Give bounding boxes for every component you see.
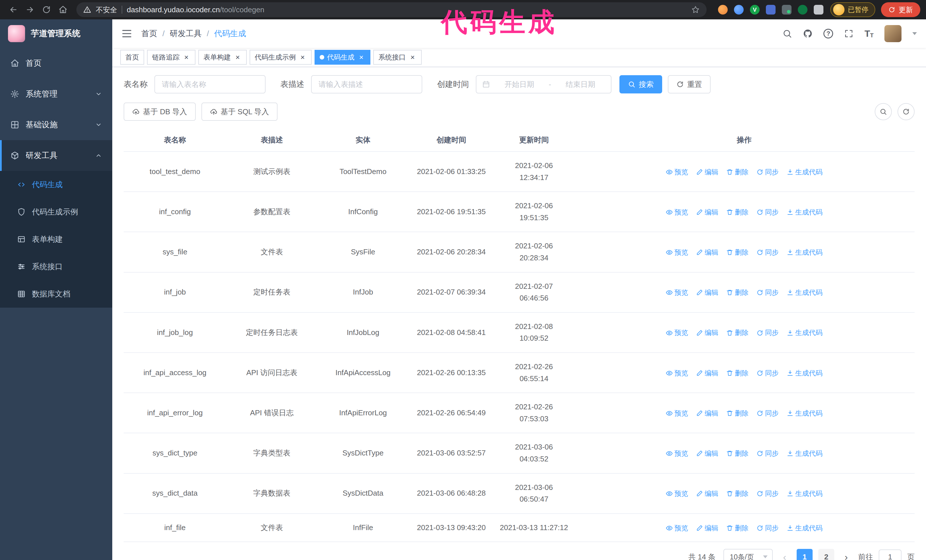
fullscreen-icon[interactable]: [844, 29, 853, 38]
sync-link[interactable]: 同步: [757, 448, 779, 459]
delete-link[interactable]: 删除: [726, 523, 749, 533]
page-size-select[interactable]: 10条/页: [723, 549, 773, 560]
close-icon[interactable]: ×: [299, 53, 307, 61]
preview-link[interactable]: 预览: [666, 167, 688, 177]
page-1-button[interactable]: 1: [797, 549, 813, 560]
generate-link[interactable]: 生成代码: [787, 448, 823, 459]
delete-link[interactable]: 删除: [726, 408, 749, 419]
extension-icon-v[interactable]: [750, 5, 760, 15]
sync-link[interactable]: 同步: [757, 327, 779, 338]
back-icon[interactable]: [6, 2, 21, 17]
hamburger-menu-icon[interactable]: [121, 28, 132, 39]
import-db-button[interactable]: 基于 DB 导入: [124, 103, 196, 121]
delete-link[interactable]: 删除: [726, 448, 749, 459]
delete-link[interactable]: 删除: [726, 368, 749, 379]
preview-link[interactable]: 预览: [666, 408, 688, 419]
generate-link[interactable]: 生成代码: [787, 488, 823, 499]
address-bar[interactable]: 不安全 dashboard.yudao.iocoder.cn/tool/code…: [76, 2, 707, 17]
page-2-button[interactable]: 2: [818, 549, 834, 560]
generate-link[interactable]: 生成代码: [787, 408, 823, 419]
edit-link[interactable]: 编辑: [696, 207, 718, 217]
help-icon[interactable]: ?: [823, 29, 833, 38]
forward-icon[interactable]: [22, 2, 38, 17]
tab-system-api[interactable]: 系统接口×: [373, 50, 422, 65]
sync-link[interactable]: 同步: [757, 207, 779, 217]
extension-icon-users[interactable]: [766, 5, 776, 15]
sync-link[interactable]: 同步: [757, 408, 779, 419]
toggle-search-button[interactable]: [875, 103, 892, 120]
close-icon[interactable]: ×: [234, 53, 242, 61]
sidebar-item-infrastructure[interactable]: 基础设施: [0, 109, 112, 140]
browser-update-button[interactable]: 更新: [881, 2, 920, 17]
sidebar-item-form-builder[interactable]: 表单构建: [0, 226, 112, 253]
generate-link[interactable]: 生成代码: [787, 207, 823, 217]
edit-link[interactable]: 编辑: [696, 523, 718, 533]
generate-link[interactable]: 生成代码: [787, 167, 823, 177]
extensions-puzzle-icon[interactable]: [814, 5, 823, 15]
edit-link[interactable]: 编辑: [696, 327, 718, 338]
app-logo[interactable]: 芋道管理系统: [0, 20, 112, 48]
preview-link[interactable]: 预览: [666, 247, 688, 258]
user-avatar[interactable]: [884, 25, 902, 42]
close-icon[interactable]: ×: [357, 53, 365, 61]
generate-link[interactable]: 生成代码: [787, 247, 823, 258]
preview-link[interactable]: 预览: [666, 523, 688, 533]
edit-link[interactable]: 编辑: [696, 167, 718, 177]
generate-link[interactable]: 生成代码: [787, 287, 823, 298]
preview-link[interactable]: 预览: [666, 488, 688, 499]
generate-link[interactable]: 生成代码: [787, 523, 823, 533]
goto-page-input[interactable]: [879, 549, 902, 560]
close-icon[interactable]: ×: [182, 53, 190, 61]
close-icon[interactable]: ×: [409, 53, 416, 61]
extension-icon-drop[interactable]: [734, 5, 744, 15]
preview-link[interactable]: 预览: [666, 327, 688, 338]
sidebar-item-codegen[interactable]: 代码生成: [0, 171, 112, 198]
next-page-button[interactable]: ›: [840, 549, 852, 560]
tab-codegen[interactable]: 代码生成×: [315, 50, 371, 65]
reset-button[interactable]: 重置: [668, 75, 711, 94]
sidebar-item-system-api[interactable]: 系统接口: [0, 253, 112, 280]
edit-link[interactable]: 编辑: [696, 488, 718, 499]
preview-link[interactable]: 预览: [666, 448, 688, 459]
delete-link[interactable]: 删除: [726, 327, 749, 338]
search-button[interactable]: 搜索: [619, 75, 662, 94]
generate-link[interactable]: 生成代码: [787, 327, 823, 338]
sidebar-item-home[interactable]: 首页: [0, 48, 112, 78]
delete-link[interactable]: 删除: [726, 167, 749, 177]
breadcrumb-devtools[interactable]: 研发工具: [157, 28, 202, 39]
reload-icon[interactable]: [39, 2, 54, 17]
sync-link[interactable]: 同步: [757, 247, 779, 258]
sync-link[interactable]: 同步: [757, 368, 779, 379]
avatar-caret-icon[interactable]: [912, 32, 917, 35]
search-icon[interactable]: [782, 29, 792, 38]
delete-link[interactable]: 删除: [726, 247, 749, 258]
bookmark-star-icon[interactable]: [691, 5, 700, 14]
tab-home[interactable]: 首页: [120, 50, 144, 65]
prev-page-button[interactable]: ‹: [778, 549, 791, 560]
sidebar-item-codegen-example[interactable]: 代码生成示例: [0, 198, 112, 226]
edit-link[interactable]: 编辑: [696, 368, 718, 379]
delete-link[interactable]: 删除: [726, 488, 749, 499]
refresh-table-button[interactable]: [897, 103, 915, 120]
profile-paused-badge[interactable]: 已暂停: [830, 2, 875, 17]
edit-link[interactable]: 编辑: [696, 408, 718, 419]
preview-link[interactable]: 预览: [666, 368, 688, 379]
extension-icon-card[interactable]: [782, 5, 791, 15]
tab-codegen-example[interactable]: 代码生成示例×: [250, 50, 312, 65]
generate-link[interactable]: 生成代码: [787, 368, 823, 379]
sync-link[interactable]: 同步: [757, 488, 779, 499]
delete-link[interactable]: 删除: [726, 287, 749, 298]
delete-link[interactable]: 删除: [726, 207, 749, 217]
create-time-range-picker[interactable]: 开始日期 - 结束日期: [476, 75, 611, 94]
sync-link[interactable]: 同步: [757, 167, 779, 177]
github-icon[interactable]: [803, 29, 813, 38]
table-name-input[interactable]: [154, 75, 266, 94]
table-desc-input[interactable]: [311, 75, 422, 94]
edit-link[interactable]: 编辑: [696, 448, 718, 459]
browser-home-icon[interactable]: [55, 2, 71, 17]
preview-link[interactable]: 预览: [666, 207, 688, 217]
extension-icon-leaf[interactable]: [798, 5, 808, 15]
tab-trace[interactable]: 链路追踪×: [147, 50, 195, 65]
tab-form-builder[interactable]: 表单构建×: [198, 50, 247, 65]
sync-link[interactable]: 同步: [757, 287, 779, 298]
